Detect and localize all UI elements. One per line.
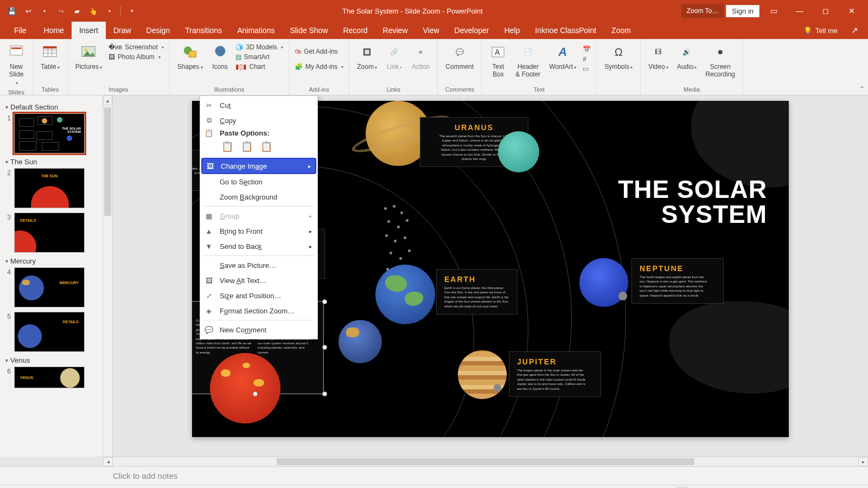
zoom-button[interactable]: 🔲Zoom▾ xyxy=(353,41,381,73)
card-jupiter[interactable]: JUPITERThe largest planet in the solar s… xyxy=(509,351,601,397)
link-button[interactable]: 🔗Link▾ xyxy=(381,41,407,73)
hscroll-right-icon[interactable]: ▸ xyxy=(858,457,868,466)
3d-models-button[interactable]: 🧊3D Models▾ xyxy=(233,42,285,52)
resize-handle-ne[interactable] xyxy=(322,299,327,304)
ctx-zoom-background[interactable]: Zoom Background xyxy=(200,189,317,204)
thumbnail-4[interactable]: MERCURY xyxy=(14,267,85,307)
chart-button[interactable]: ▮▯▮Chart xyxy=(233,62,285,72)
tab-slideshow[interactable]: Slide Show xyxy=(282,22,335,39)
thumbnail-2[interactable]: THE SUN xyxy=(14,168,85,208)
pictures-button[interactable]: Pictures▾ xyxy=(71,41,106,73)
screen-recording-button[interactable]: ⏺Screen Recording xyxy=(701,41,739,81)
touch-mode-dropdown[interactable]: ▾ xyxy=(103,4,116,17)
tab-design[interactable]: Design xyxy=(139,22,178,39)
tab-review[interactable]: Review xyxy=(375,22,416,39)
my-addins-button[interactable]: 🧩My Add-ins▾ xyxy=(292,62,346,72)
thumbnail-6[interactable]: VENUS xyxy=(14,367,85,388)
header-footer-button[interactable]: 📄Header & Footer xyxy=(511,41,545,81)
paste-option-3[interactable]: 📋 xyxy=(259,138,274,155)
paste-option-1[interactable]: 📋 xyxy=(220,138,235,155)
new-slide-button[interactable]: New Slide▾ xyxy=(3,41,29,88)
tab-zoom[interactable]: Zoom xyxy=(604,22,639,39)
hscroll-track[interactable] xyxy=(113,457,858,466)
section-header-default[interactable]: Default Section xyxy=(5,103,99,111)
tab-help[interactable]: Help xyxy=(496,22,527,39)
resize-handle-se[interactable] xyxy=(322,391,327,396)
ctx-goto-section[interactable]: Go to Section xyxy=(200,174,317,189)
notes-pane[interactable]: Click to add notes xyxy=(0,466,868,485)
date-time-button[interactable]: 📅 xyxy=(580,44,593,54)
card-earth[interactable]: EARTHEarth is our home planet, the third… xyxy=(436,269,518,314)
undo-icon[interactable]: ↩ xyxy=(22,4,35,17)
maximize-icon[interactable]: ◻ xyxy=(814,3,838,19)
hscroll-thumb[interactable] xyxy=(277,458,694,465)
ctx-alt-text[interactable]: 🖼View Alt Text… xyxy=(200,273,317,288)
tab-animations[interactable]: Animations xyxy=(229,22,282,39)
ctx-change-image[interactable]: 🖼Change Image▸ xyxy=(201,158,316,174)
vscroll-thumb[interactable] xyxy=(104,107,111,216)
resize-handle-s[interactable] xyxy=(253,391,258,396)
thumbnail-1[interactable]: THE SOLARSYSTEM xyxy=(14,113,85,153)
tell-me-search[interactable]: 💡Tell me xyxy=(803,27,838,35)
collapse-ribbon-icon[interactable]: ⌃ xyxy=(859,85,865,93)
thumbnail-3[interactable]: DETAILS xyxy=(14,213,85,253)
save-icon[interactable]: 💾 xyxy=(5,4,18,17)
ctx-cut[interactable]: ✂Cut xyxy=(200,98,317,113)
vscroll-up-icon[interactable]: ▴ xyxy=(103,95,112,105)
ctx-format-zoom[interactable]: ◈Format Section Zoom… xyxy=(200,303,317,318)
tab-draw[interactable]: Draw xyxy=(106,22,139,39)
textbox-button[interactable]: AText Box xyxy=(485,41,511,81)
object-button[interactable]: ▭ xyxy=(580,64,593,74)
paste-option-2[interactable]: 📋 xyxy=(239,138,254,155)
card-neptune[interactable]: NEPTUNEThe fourth largest and eighth pla… xyxy=(631,258,724,304)
ribbon-display-options-icon[interactable]: ▭ xyxy=(762,3,786,19)
tab-record[interactable]: Record xyxy=(335,22,375,39)
qat-customize-icon[interactable]: ▾ xyxy=(125,4,138,17)
ctx-save-picture[interactable]: Save as Picture… xyxy=(200,258,317,273)
tab-transitions[interactable]: Transitions xyxy=(177,22,229,39)
tab-home[interactable]: Home xyxy=(36,22,72,39)
table-button[interactable]: Table▾ xyxy=(36,41,64,73)
ctx-send-back[interactable]: ▼Send to Back▸ xyxy=(200,239,317,254)
icons-button[interactable]: Icons xyxy=(207,41,233,73)
shapes-button[interactable]: Shapes▾ xyxy=(173,41,207,73)
tab-file[interactable]: File xyxy=(4,22,36,39)
symbols-button[interactable]: ΩSymbols▾ xyxy=(600,41,637,73)
slide-number-button[interactable]: # xyxy=(580,54,593,64)
action-button[interactable]: ★Action xyxy=(407,41,434,73)
thumbnail-5[interactable]: DETAILS xyxy=(14,312,85,352)
slideshow-icon[interactable]: ▰ xyxy=(71,4,84,17)
resize-handle-e[interactable] xyxy=(322,345,327,350)
redo-icon[interactable]: ↪ xyxy=(54,4,67,17)
tab-insert[interactable]: Insert xyxy=(72,22,106,39)
close-icon[interactable]: ✕ xyxy=(840,3,864,19)
section-header-sun[interactable]: The Sun xyxy=(5,158,99,166)
signin-button[interactable]: Sign in xyxy=(726,5,760,17)
audio-button[interactable]: 🔊Audio▾ xyxy=(673,41,701,73)
group-label-images: Images xyxy=(71,85,166,95)
screenshot-button[interactable]: �ивScreenshot▾ xyxy=(106,42,166,52)
share-icon[interactable]: ↗ xyxy=(846,25,863,35)
minimize-icon[interactable]: — xyxy=(788,3,812,19)
section-header-mercury[interactable]: Mercury xyxy=(5,257,99,265)
comment-button[interactable]: 💬Comment xyxy=(441,41,478,73)
tab-classpoint[interactable]: Inknoe ClassPoint xyxy=(527,22,604,39)
video-button[interactable]: 🎞Video▾ xyxy=(644,41,672,73)
tab-developer[interactable]: Developer xyxy=(447,22,497,39)
ribbon-insert: New Slide▾ Slides Table▾ Tables Pictures… xyxy=(0,39,868,95)
get-addins-button[interactable]: 🛍Get Add-ins xyxy=(292,47,346,56)
ctx-group: ▦Group▸ xyxy=(200,208,317,223)
photo-album-button[interactable]: 🖼Photo Album▾ xyxy=(106,52,166,62)
ctx-copy[interactable]: ⧉Copy xyxy=(200,113,317,128)
wordart-button[interactable]: AWordArt▾ xyxy=(545,41,580,73)
ctx-new-comment[interactable]: 💬New Comment xyxy=(200,322,317,337)
hscroll-left-icon[interactable]: ◂ xyxy=(103,457,113,466)
touch-mode-icon[interactable]: 👆 xyxy=(87,4,100,17)
ctx-bring-front[interactable]: ▲Bring to Front▸ xyxy=(200,223,317,239)
contextual-tab-zoom-to[interactable]: Zoom To… xyxy=(681,4,724,18)
undo-dropdown[interactable]: ▾ xyxy=(38,4,51,17)
ctx-size-position[interactable]: ⤢Size and Position… xyxy=(200,288,317,303)
section-header-venus[interactable]: Venus xyxy=(5,356,99,364)
tab-view[interactable]: View xyxy=(416,22,447,39)
smartart-button[interactable]: ▤SmartArt xyxy=(233,52,285,62)
